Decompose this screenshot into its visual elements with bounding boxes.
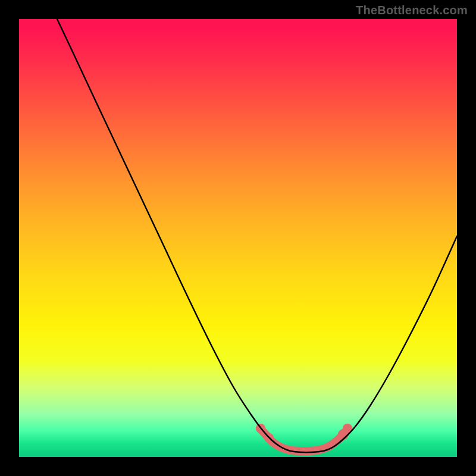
plot-area [19, 19, 457, 457]
watermark-text: TheBottleneck.com [356, 4, 468, 17]
chart-stage: TheBottleneck.com [0, 0, 476, 476]
primary-curve-path [57, 19, 457, 452]
curve-svg [19, 19, 457, 457]
